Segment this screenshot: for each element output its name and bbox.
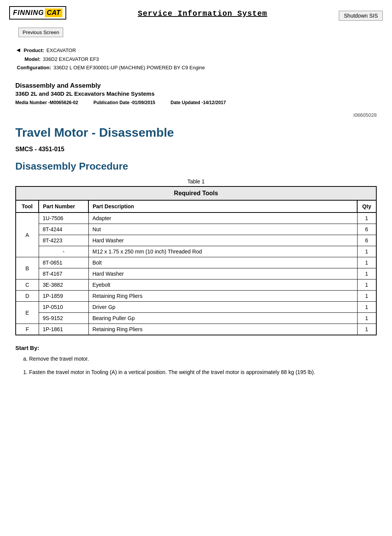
table-col-headers: Tool Part Number Part Description Qty — [16, 200, 376, 212]
col-header-desc: Part Description — [88, 200, 357, 212]
tool-a: A — [16, 212, 39, 257]
page-title: Travel Motor - Disassemble — [15, 126, 377, 140]
qty-1-rrp-d: 1 — [357, 291, 376, 302]
model-label: Model: — [24, 55, 41, 64]
service-info-title: Service Information System — [138, 9, 267, 18]
table-row: 8T-4244 Nut 6 — [16, 224, 376, 235]
smcs-label: SMCS - — [15, 146, 37, 152]
table-caption: Table 1 — [15, 178, 377, 185]
table-row: C 3E-3882 Eyebolt 1 — [16, 279, 376, 291]
qty-1-rod: 1 — [357, 246, 376, 257]
list-item: Remove the travel motor. — [29, 355, 377, 363]
start-by-section: Start By: Remove the travel motor. Faste… — [15, 345, 377, 376]
cat-logo-text: CAT — [45, 8, 62, 17]
tool-c: C — [16, 279, 39, 291]
config-value: 336D2 L OEM EF300001-UP (MACHINE) POWERE… — [54, 64, 205, 72]
list-item: Fasten the travel motor in Tooling (A) i… — [29, 368, 377, 376]
image-ref: i06605028 — [0, 109, 392, 118]
logo: FINNING CAT — [9, 6, 66, 20]
tool-d: D — [16, 291, 39, 302]
part-9s-9152: 9S-9152 — [39, 313, 88, 324]
desc-nut: Nut — [88, 224, 357, 235]
media-number: Media Number -M0065626-02 — [15, 100, 78, 105]
model-line: Model: 336D2 EXCAVATOR EF3 — [15, 55, 377, 64]
tools-table: Required Tools Tool Part Number Part Des… — [15, 186, 377, 335]
table-row: - M12 x 1.75 x 250 mm (10 inch) Threaded… — [16, 246, 376, 257]
tool-f: F — [16, 324, 39, 335]
col-header-qty: Qty — [357, 200, 376, 212]
desc-eyebolt: Eyebolt — [88, 279, 357, 291]
desc-retaining-ring-d: Retaining Ring Pliers — [88, 291, 357, 302]
doc-meta: Media Number -M0065626-02 Publication Da… — [15, 100, 377, 105]
product-value: EXCAVATOR — [46, 46, 76, 55]
table-row: 9S-9152 Bearing Puller Gp 1 — [16, 313, 376, 324]
part-8t-4244: 8T-4244 — [39, 224, 88, 235]
col-header-tool: Tool — [16, 200, 39, 212]
table-row: 8T-4167 Hard Washer 1 — [16, 268, 376, 279]
section-title: Disassembly Procedure — [15, 160, 377, 172]
numeric-list: Fasten the travel motor in Tooling (A) i… — [15, 368, 377, 376]
header-center: Service Information System — [66, 6, 339, 18]
desc-bolt: Bolt — [88, 257, 357, 268]
part-1p-0510: 1P-0510 — [39, 302, 88, 313]
config-label: Configuration: — [17, 64, 51, 72]
desc-threaded-rod: M12 x 1.75 x 250 mm (10 inch) Threaded R… — [88, 246, 357, 257]
desc-retaining-ring-f: Retaining Ring Pliers — [88, 324, 357, 335]
qty-1-driver: 1 — [357, 302, 376, 313]
top-nav: Previous Screen — [0, 21, 392, 37]
product-bullet: ◄ — [15, 45, 21, 55]
document-info: Disassembly and Assembly 336D 2L and 340… — [0, 76, 392, 109]
qty-1-eyebolt: 1 — [357, 279, 376, 291]
header-right: Shutdown SIS — [339, 6, 383, 21]
product-label: Product: — [24, 46, 44, 55]
table-row: F 1P-1861 Retaining Ring Pliers 1 — [16, 324, 376, 335]
previous-screen-button[interactable]: Previous Screen — [18, 28, 63, 37]
qty-6-washer: 6 — [357, 235, 376, 246]
desc-bearing-puller: Bearing Puller Gp — [88, 313, 357, 324]
desc-adapter: Adapter — [88, 212, 357, 224]
table-header-row: Required Tools — [16, 186, 376, 200]
part-8t-4167: 8T-4167 — [39, 268, 88, 279]
qty-1-washer-b: 1 — [357, 268, 376, 279]
product-line: ◄ Product: EXCAVATOR — [15, 45, 377, 55]
table-row: D 1P-1859 Retaining Ring Pliers 1 — [16, 291, 376, 302]
table-row: A 1U-7506 Adapter 1 — [16, 212, 376, 224]
table-row: B 8T-0651 Bolt 1 — [16, 257, 376, 268]
tool-e: E — [16, 302, 39, 324]
doc-title-main: Disassembly and Assembly — [15, 82, 377, 90]
part-1u-7506: 1U-7506 — [39, 212, 88, 224]
config-line: Configuration: 336D2 L OEM EF300001-UP (… — [15, 64, 377, 72]
part-dash: - — [39, 246, 88, 257]
qty-1: 1 — [357, 212, 376, 224]
model-value: 336D2 EXCAVATOR EF3 — [43, 55, 99, 64]
part-1p-1861: 1P-1861 — [39, 324, 88, 335]
part-1p-1859: 1P-1859 — [39, 291, 88, 302]
required-tools-header: Required Tools — [16, 186, 376, 200]
smcs-value: 4351-015 — [38, 146, 64, 152]
qty-6-nut: 6 — [357, 224, 376, 235]
pub-date: Publication Date -01/09/2015 — [93, 100, 155, 105]
part-8t-0651: 8T-0651 — [39, 257, 88, 268]
qty-1-rrp-f: 1 — [357, 324, 376, 335]
tool-b: B — [16, 257, 39, 279]
desc-hard-washer-a: Hard Washer — [88, 235, 357, 246]
smcs-line: SMCS - 4351-015 — [15, 146, 377, 153]
shutdown-button[interactable]: Shutdown SIS — [339, 11, 383, 21]
qty-1-bolt: 1 — [357, 257, 376, 268]
col-header-part: Part Number — [39, 200, 88, 212]
table-row: 8T-4223 Hard Washer 6 — [16, 235, 376, 246]
table-row: E 1P-0510 Driver Gp 1 — [16, 302, 376, 313]
desc-driver-gp: Driver Gp — [88, 302, 357, 313]
alpha-list: Remove the travel motor. — [15, 355, 377, 363]
desc-hard-washer-b: Hard Washer — [88, 268, 357, 279]
doc-title-sub: 336D 2L and 340D 2L Excavators Machine S… — [15, 90, 377, 97]
qty-1-bearing: 1 — [357, 313, 376, 324]
product-info: ◄ Product: EXCAVATOR Model: 336D2 EXCAVA… — [0, 37, 392, 76]
part-3e-3882: 3E-3882 — [39, 279, 88, 291]
start-by-title: Start By: — [15, 345, 377, 351]
part-8t-4223: 8T-4223 — [39, 235, 88, 246]
finning-logo-text: FINNING — [13, 9, 44, 17]
date-updated: Date Updated -14/12/2017 — [170, 100, 226, 105]
main-content: Travel Motor - Disassemble SMCS - 4351-0… — [0, 118, 392, 388]
